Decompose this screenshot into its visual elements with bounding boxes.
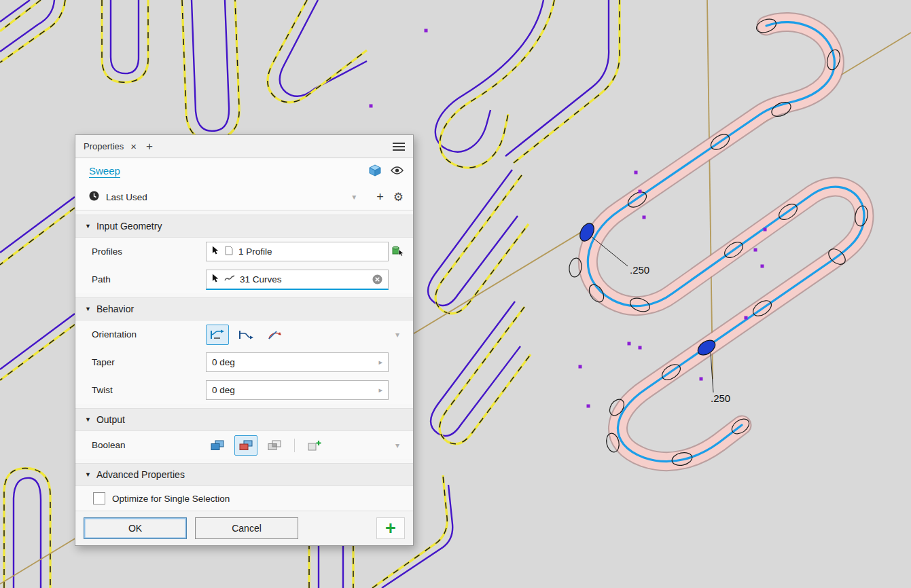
- section-behavior[interactable]: ▼ Behavior: [75, 297, 413, 320]
- section-collapse-icon: ▼: [85, 306, 91, 312]
- twist-label: Twist: [92, 385, 206, 395]
- twist-value: 0 deg: [212, 385, 235, 395]
- hamburger-menu-icon[interactable]: [393, 143, 405, 151]
- chevron-down-icon[interactable]: ▾: [395, 441, 399, 450]
- boolean-cut-button[interactable]: [234, 435, 257, 456]
- chevron-down-icon[interactable]: ▾: [352, 192, 367, 202]
- profiles-label: Profiles: [92, 246, 206, 257]
- profile-sketch-icon: [224, 246, 234, 257]
- section-title: Advanced Properties: [96, 469, 185, 480]
- taper-row: Taper 0 deg ▸: [75, 348, 413, 376]
- cancel-button[interactable]: Cancel: [195, 517, 298, 539]
- preset-value: Last Used: [106, 192, 147, 202]
- last-used-clock-icon: [89, 191, 99, 203]
- clear-selection-icon[interactable]: [372, 274, 382, 284]
- cad-viewport[interactable]: .250 .250 Properties × + Sweep: [0, 0, 911, 588]
- orientation-follow-path-button[interactable]: [206, 325, 229, 345]
- optimize-checkbox[interactable]: [93, 492, 105, 504]
- add-preset-icon[interactable]: +: [372, 190, 388, 204]
- boolean-intersect-button[interactable]: [263, 435, 286, 456]
- visibility-eye-icon[interactable]: [391, 166, 404, 177]
- section-title: Input Geometry: [96, 221, 162, 232]
- orientation-guide-button[interactable]: [263, 325, 286, 345]
- feature-name-link[interactable]: Sweep: [89, 165, 120, 178]
- path-selector-field[interactable]: 31 Curves: [206, 270, 389, 290]
- boolean-new-solid-button[interactable]: [303, 435, 326, 456]
- taper-value: 0 deg: [212, 357, 235, 367]
- path-row: Path 31 Curves: [75, 265, 413, 293]
- profiles-value: 1 Profile: [238, 246, 272, 257]
- dimension-label[interactable]: .250: [630, 264, 649, 276]
- section-output[interactable]: ▼ Output: [75, 408, 413, 431]
- close-tab-icon[interactable]: ×: [130, 141, 137, 152]
- flyout-arrow-icon[interactable]: ▸: [378, 386, 382, 394]
- tab-properties[interactable]: Properties: [84, 141, 124, 151]
- panel-footer: OK Cancel +: [75, 511, 413, 545]
- profiles-row: Profiles 1 Profile: [75, 238, 413, 265]
- taper-input[interactable]: 0 deg ▸: [206, 352, 389, 372]
- path-label: Path: [92, 274, 206, 284]
- dimension-label[interactable]: .250: [711, 392, 730, 404]
- properties-panel: Properties × + Sweep: [75, 134, 414, 546]
- section-title: Behavior: [96, 304, 134, 314]
- orientation-label: Orientation: [92, 329, 206, 339]
- optimize-row: Optimize for Single Selection: [75, 486, 413, 511]
- profiles-selector-field[interactable]: 1 Profile: [206, 242, 389, 261]
- gear-icon[interactable]: ⚙: [393, 191, 404, 203]
- path-value: 31 Curves: [240, 274, 282, 284]
- boolean-row: Boolean: [75, 431, 413, 459]
- chevron-down-icon[interactable]: ▾: [395, 330, 399, 339]
- ok-button[interactable]: OK: [84, 517, 187, 539]
- section-collapse-icon: ▼: [85, 471, 91, 478]
- cursor-arrow-icon: [212, 274, 219, 285]
- curve-spline-icon: [224, 274, 235, 284]
- orientation-row: Orientation: [75, 320, 413, 348]
- apply-plus-button[interactable]: +: [376, 517, 405, 539]
- cursor-arrow-icon: [212, 246, 219, 257]
- orientation-fixed-button[interactable]: [234, 325, 257, 345]
- divider: [294, 439, 295, 452]
- solid-body-selector-icon[interactable]: [391, 244, 404, 259]
- section-advanced-properties[interactable]: ▼ Advanced Properties: [75, 463, 413, 486]
- panel-tab-bar: Properties × +: [75, 135, 413, 158]
- optimize-label: Optimize for Single Selection: [112, 494, 230, 504]
- section-collapse-icon: ▼: [85, 416, 91, 423]
- taper-label: Taper: [92, 357, 206, 367]
- section-input-geometry[interactable]: ▼ Input Geometry: [75, 215, 413, 238]
- boolean-label: Boolean: [92, 440, 206, 450]
- twist-row: Twist 0 deg ▸: [75, 376, 413, 404]
- flyout-arrow-icon[interactable]: ▸: [378, 358, 382, 367]
- section-collapse-icon: ▼: [85, 223, 91, 229]
- solid-cube-icon[interactable]: [369, 164, 381, 179]
- boolean-join-button[interactable]: [206, 435, 229, 456]
- add-tab-icon[interactable]: +: [146, 140, 153, 153]
- preset-dropdown[interactable]: Last Used ▾: [89, 191, 367, 203]
- twist-input[interactable]: 0 deg ▸: [206, 380, 389, 400]
- section-title: Output: [96, 414, 125, 425]
- preset-row: Last Used ▾ + ⚙: [75, 184, 413, 210]
- feature-row: Sweep: [75, 158, 413, 184]
